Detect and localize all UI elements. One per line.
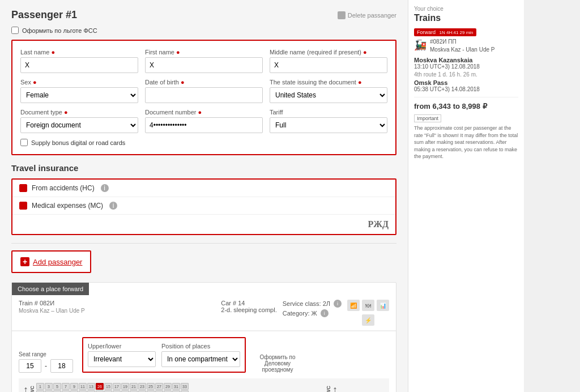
state-group: The state issuing the document ● United … <box>270 79 387 103</box>
seat-cell[interactable]: 17 <box>113 383 121 390</box>
seat-range-label: Seat range <box>19 351 73 357</box>
seat-cell[interactable]: 25 <box>147 383 155 390</box>
sex-dob-row: Sex ● Female Male Date of birth ● The s <box>20 79 387 103</box>
business-travel-label: Оформить по Деловому проездному <box>255 354 300 373</box>
seat-cell[interactable]: 15 <box>104 383 112 390</box>
doc-type-select[interactable]: Foreign document Russian passport <box>20 117 138 133</box>
seat-cell[interactable]: 31 <box>172 383 180 390</box>
insurance-info-1[interactable]: i <box>101 184 109 192</box>
first-name-group: First name ● <box>145 49 263 73</box>
seat-cell-selected[interactable]: 26 <box>96 383 104 390</box>
sidebar-price: from 6,343 to 8,998 ₽ <box>414 102 518 110</box>
car-map-inner: ↑ WC 1 3 5 7 9 11 13 26 <box>23 383 385 392</box>
tariff-select[interactable]: Full Children <box>270 117 387 133</box>
seat-section: Seat range - Upper/lower <box>12 331 396 392</box>
seat-cell[interactable]: 9 <box>70 383 78 390</box>
add-passenger-label: Add passanger <box>33 258 82 266</box>
insurance-checkbox-2[interactable] <box>19 202 27 210</box>
last-name-label: Last name ● <box>20 49 138 56</box>
service-class: Service class: 2Л <box>283 300 330 307</box>
position-label: Position of places <box>161 343 240 350</box>
add-passenger-button[interactable]: + Add passanger <box>11 250 91 273</box>
supply-checkbox[interactable] <box>20 139 28 146</box>
business-travel-group: Оформить по Деловому проездному <box>255 354 300 373</box>
rzd-logo: PЖД <box>368 219 389 229</box>
train-icons: 📶 🍽 📊 ⚡ <box>347 300 389 326</box>
seat-range-group: Seat range - <box>19 351 73 373</box>
middle-name-label: Middle name (required if present) ● <box>270 49 387 56</box>
first-name-input[interactable] <box>145 57 263 73</box>
doc-row: Document type ● Foreign document Russian… <box>20 109 387 133</box>
insurance-info-2[interactable]: i <box>109 202 117 210</box>
arrow-right-icon[interactable]: ↑ <box>332 384 338 392</box>
passenger-header: Passenger #1 Delete passanger <box>11 9 396 21</box>
seat-cell[interactable]: 13 <box>87 383 95 390</box>
train-small-icon: 🚂 <box>414 39 427 51</box>
service-info-icon[interactable]: i <box>334 300 342 308</box>
sidebar-departure-station: Moskva Kazanskaia <box>414 57 518 63</box>
delete-passenger-button[interactable]: Delete passanger <box>338 11 396 19</box>
middle-name-group: Middle name (required if present) ● <box>270 49 387 73</box>
dob-input[interactable] <box>145 87 263 103</box>
sex-group: Sex ● Female Male <box>20 79 138 103</box>
seat-cell[interactable]: 23 <box>138 383 146 390</box>
sidebar-train-number: #082И ПП <box>430 39 495 45</box>
supply-row: Supply bonus digital or road cards <box>20 139 387 146</box>
seat-cell[interactable]: 7 <box>62 383 70 390</box>
seat-cell[interactable]: 33 <box>181 383 189 390</box>
last-name-input[interactable] <box>20 57 138 73</box>
food-icon: 🍽 <box>362 300 374 311</box>
seat-to-input[interactable] <box>50 359 73 373</box>
sidebar-duration: 4th route 1 d. 16 h. 26 m. <box>414 71 518 78</box>
insurance-title: Travel insurance <box>11 163 396 173</box>
dropdowns-row: Upper/lower Irrelevant Upper Lower Posit… <box>88 343 240 367</box>
name-row: Last name ● First name ● Middle name (re… <box>20 49 387 73</box>
seat-row: Seat range - Upper/lower <box>19 337 389 373</box>
passenger-title: Passenger #1 <box>11 9 77 21</box>
car-map: ↑ WC 1 3 5 7 9 11 13 26 <box>19 378 389 392</box>
sidebar: Your choice Trains Forward 1N 4H:41 29 m… <box>408 0 524 392</box>
seat-cell[interactable]: 29 <box>164 383 172 390</box>
car-info: Car # 14 2-d. sleeping compl. <box>221 300 276 313</box>
seat-row-top: 1 3 5 7 9 11 13 26 15 17 19 <box>36 383 325 390</box>
sidebar-note: The approximate cost per passenger at th… <box>414 125 518 160</box>
seat-cell[interactable]: 19 <box>121 383 129 390</box>
upper-lower-label: Upper/lower <box>88 343 156 350</box>
first-name-label: First name ● <box>145 49 263 56</box>
doc-number-label: Document number ● <box>145 109 263 116</box>
seat-cell[interactable]: 3 <box>45 383 53 390</box>
tariff-group: Tariff Full Children <box>270 109 387 133</box>
seat-cell[interactable]: 1 <box>36 383 44 390</box>
upper-lower-group: Upper/lower Irrelevant Upper Lower <box>88 343 156 367</box>
dob-label: Date of birth ● <box>145 79 263 86</box>
arrow-left-icon[interactable]: ↑ <box>23 384 28 392</box>
doc-number-group: Document number ● <box>145 109 263 133</box>
doc-number-input[interactable] <box>145 117 263 133</box>
position-select[interactable]: In one compartment Any <box>161 351 240 367</box>
highlighted-dropdowns: Upper/lower Irrelevant Upper Lower Posit… <box>82 337 246 373</box>
car-type: 2-d. sleeping compl. <box>221 306 276 313</box>
sidebar-train-block: Forward 1N 4H:41 29 min 🚂 #082И ПП Moskv… <box>414 28 518 97</box>
wc-right-label: WC <box>326 386 331 392</box>
insurance-checkbox-1[interactable] <box>19 184 27 192</box>
train-info-left: Train # 082И Moskva Kaz – Ulan Ude P <box>19 300 215 314</box>
fss-label: Оформить по льготе ФСС <box>22 27 97 34</box>
seat-from-input[interactable] <box>19 359 41 373</box>
middle-name-input[interactable] <box>270 57 387 73</box>
sex-select[interactable]: Female Male <box>20 87 138 103</box>
last-name-group: Last name ● <box>20 49 138 73</box>
seat-cell[interactable]: 5 <box>53 383 61 390</box>
seat-cell[interactable]: 11 <box>79 383 87 390</box>
insurance-footer: PЖД <box>12 215 395 234</box>
fss-checkbox[interactable] <box>11 27 19 34</box>
position-group: Position of places In one compartment An… <box>161 343 240 367</box>
seat-cell[interactable]: 27 <box>155 383 163 390</box>
state-select[interactable]: United States Russia <box>270 87 387 103</box>
category-info-icon[interactable]: i <box>321 309 329 317</box>
seat-cell[interactable]: 21 <box>130 383 138 390</box>
sidebar-arrival-station: Omsk Pass <box>414 79 518 86</box>
supply-label: Supply bonus digital or road cards <box>31 139 125 146</box>
upper-lower-select[interactable]: Irrelevant Upper Lower <box>88 351 156 367</box>
service-info: Service class: 2Л i Category: Ж i <box>283 300 342 317</box>
wc-left-label: WC <box>29 386 35 392</box>
